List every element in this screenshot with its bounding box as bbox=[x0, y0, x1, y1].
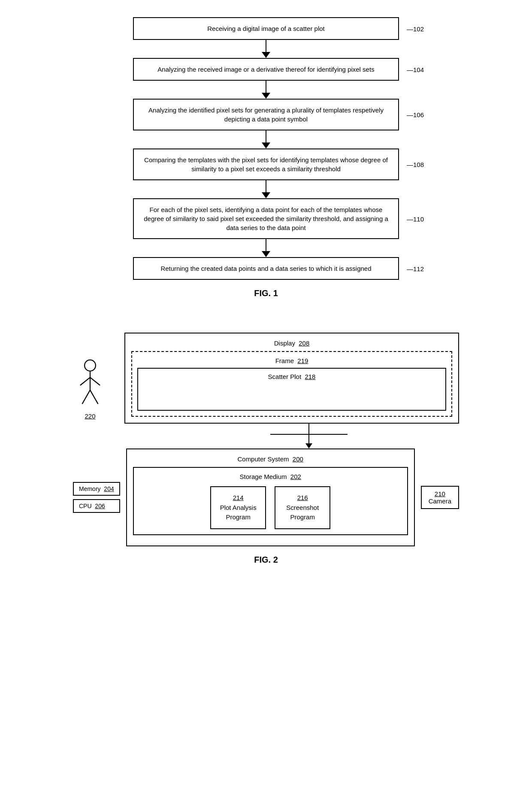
step-104-ref: —104 bbox=[407, 65, 424, 74]
fig2-top-row: 220 Display 208 Frame 219 Scatter Plot 2… bbox=[73, 333, 459, 424]
left-components: Memory 204 CPU 206 bbox=[73, 482, 120, 513]
storage-title: Storage Medium 202 bbox=[139, 473, 402, 480]
cs-title: Computer System 200 bbox=[133, 455, 408, 463]
fig1-flowchart: Receiving a digital image of a scatter p… bbox=[34, 17, 498, 315]
computer-system-box: Computer System 200 Storage Medium 202 2… bbox=[126, 448, 415, 546]
step-106: Analyzing the identified pixel sets for … bbox=[133, 99, 399, 130]
arrow-2 bbox=[262, 81, 270, 99]
step-112-ref: —112 bbox=[407, 264, 424, 273]
step-110-ref: —110 bbox=[407, 214, 424, 223]
program-plot-analysis: 214 Plot AnalysisProgram bbox=[210, 486, 266, 529]
arrow-3 bbox=[262, 130, 270, 148]
programs-row: 214 Plot AnalysisProgram 216 ScreenshotP… bbox=[139, 486, 402, 529]
step-108-ref: —108 bbox=[407, 160, 424, 169]
step-108-text: Comparing the templates with the pixel s… bbox=[144, 156, 388, 173]
step-110-text: For each of the pixel sets, identifying … bbox=[144, 206, 388, 231]
frame-box: Frame 219 Scatter Plot 218 bbox=[131, 351, 452, 417]
program-screenshot: 216 ScreenshotProgram bbox=[275, 486, 330, 529]
scatter-title: Scatter Plot 218 bbox=[142, 373, 441, 380]
fig2-bottom-row: Memory 204 CPU 206 Computer System 200 S… bbox=[73, 448, 459, 546]
scatter-box: Scatter Plot 218 bbox=[137, 368, 446, 411]
step-110: For each of the pixel sets, identifying … bbox=[133, 198, 399, 239]
step-102: Receiving a digital image of a scatter p… bbox=[133, 17, 399, 40]
mid-connector bbox=[270, 424, 348, 448]
step-104: Analyzing the received image or a deriva… bbox=[133, 58, 399, 81]
fig1-label: FIG. 1 bbox=[254, 288, 278, 298]
fig2-label: FIG. 2 bbox=[254, 555, 278, 565]
arrow-4 bbox=[262, 180, 270, 198]
step-112: Returning the created data points and a … bbox=[133, 257, 399, 280]
memory-box: Memory 204 bbox=[73, 482, 120, 496]
step-108: Comparing the templates with the pixel s… bbox=[133, 148, 399, 180]
svg-line-2 bbox=[80, 377, 90, 385]
arrow-5 bbox=[262, 239, 270, 257]
svg-line-5 bbox=[90, 390, 98, 404]
step-102-ref: —102 bbox=[407, 24, 424, 33]
svg-line-4 bbox=[82, 390, 90, 404]
person-figure: 220 bbox=[73, 358, 107, 420]
step-112-text: Returning the created data points and a … bbox=[160, 265, 371, 272]
person-ref: 220 bbox=[85, 412, 95, 420]
frame-title: Frame 219 bbox=[137, 357, 446, 364]
svg-line-3 bbox=[90, 377, 100, 385]
step-102-text: Receiving a digital image of a scatter p… bbox=[207, 25, 324, 32]
person-icon bbox=[73, 358, 107, 410]
camera-box: 210 Camera bbox=[421, 486, 459, 509]
display-box: Display 208 Frame 219 Scatter Plot 218 bbox=[124, 333, 459, 424]
step-106-text: Analyzing the identified pixel sets for … bbox=[148, 106, 384, 123]
svg-point-0 bbox=[85, 360, 96, 371]
step-104-text: Analyzing the received image or a deriva… bbox=[157, 66, 374, 73]
step-106-ref: —106 bbox=[407, 110, 424, 119]
storage-box: Storage Medium 202 214 Plot AnalysisProg… bbox=[133, 467, 408, 535]
display-title: Display 208 bbox=[131, 339, 452, 347]
fig2-diagram: 220 Display 208 Frame 219 Scatter Plot 2… bbox=[34, 333, 498, 582]
arrow-1 bbox=[262, 40, 270, 58]
cpu-box: CPU 206 bbox=[73, 499, 120, 513]
